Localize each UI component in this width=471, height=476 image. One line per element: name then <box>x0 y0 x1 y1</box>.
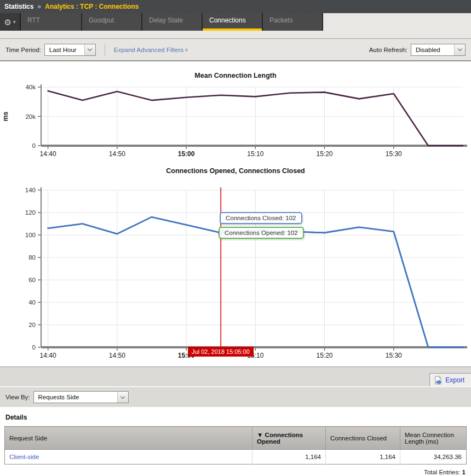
y-tick-label: 40 <box>28 299 36 306</box>
time-period-value: Last Hour <box>45 44 84 55</box>
advanced-filters-label: Expand Advanced Filters <box>114 47 183 53</box>
expand-advanced-filters-link[interactable]: Expand Advanced Filters» <box>114 47 188 53</box>
chart1-title: Mean Connection Length <box>0 72 471 79</box>
x-tick-label: 15:30 <box>386 150 402 158</box>
tab-bar-filler <box>323 13 471 31</box>
details-table: Request Side ▼ Connections Opened Connec… <box>4 426 467 464</box>
view-by-row: View By: Requests Side <box>0 387 471 407</box>
chevron-down-icon: ▾ <box>13 19 16 25</box>
auto-refresh-value: Disabled <box>411 44 454 55</box>
chart2-title: Connections Opened, Connections Closed <box>0 167 471 175</box>
crosshair-timestamp-label: Jul 02, 2018 15:05:00 <box>188 347 254 357</box>
client-side-link[interactable]: Client-side <box>9 454 39 460</box>
column-header-connections-closed[interactable]: Connections Closed <box>326 427 400 450</box>
x-tick-label: 15:30 <box>386 352 402 359</box>
tab-label: Goodput <box>89 16 114 24</box>
column-header-request-side[interactable]: Request Side <box>5 427 252 450</box>
view-by-select[interactable]: Requests Side <box>33 391 129 403</box>
double-chevron-icon: » <box>183 48 190 51</box>
chevron-down-icon <box>120 394 125 398</box>
column-header-connections-opened[interactable]: ▼ Connections Opened <box>252 427 326 450</box>
y-tick-label: 120 <box>25 209 36 216</box>
y-tick-label: 0 <box>32 344 36 351</box>
tab-rtt[interactable]: RTT <box>21 13 81 31</box>
settings-gear-button[interactable]: ⚙ ▾ <box>0 13 21 31</box>
chevron-down-icon <box>457 47 462 51</box>
tab-label: Connections <box>209 16 246 24</box>
breadcrumb-section: Statistics <box>4 3 33 10</box>
y-tick-label: 40k <box>25 84 36 90</box>
y-axis-unit-label: ms <box>2 112 9 122</box>
y-tick-label: 140 <box>25 187 36 193</box>
table-row: Client-side 1,164 1,164 34,263.36 <box>5 450 467 464</box>
select-arrow <box>84 44 95 55</box>
x-tick-label: 14:50 <box>109 352 125 359</box>
gear-icon: ⚙ <box>4 18 12 26</box>
cell-connections-closed: 1,164 <box>326 450 400 464</box>
sort-descending-icon: ▼ <box>257 432 263 438</box>
column-header-mean-connection-length[interactable]: Mean Connection Length (ms) <box>400 427 467 450</box>
y-tick-label: 80 <box>28 254 36 261</box>
filter-bar: Time Period: Last Hour Expand Advanced F… <box>0 39 471 61</box>
cell-mean-connection-length: 34,263.36 <box>400 450 467 464</box>
x-tick-label: 15:00 <box>178 150 195 158</box>
export-button[interactable]: Export <box>429 373 471 386</box>
filter-divider <box>105 44 105 56</box>
view-by-value: Requests Side <box>34 392 117 403</box>
export-label: Export <box>445 376 464 384</box>
export-document-icon <box>434 376 443 385</box>
time-period-select[interactable]: Last Hour <box>44 44 96 56</box>
breadcrumb-separator: » <box>37 3 41 10</box>
x-tick-label: 15:20 <box>317 150 333 158</box>
charts-panel: Mean Connection Length 020k40k14:4014:50… <box>0 61 471 367</box>
auto-refresh-select[interactable]: Disabled <box>411 44 466 56</box>
auto-refresh-label: Auto Refresh: <box>369 47 407 53</box>
x-tick-label: 15:20 <box>317 352 333 359</box>
tab-delay-state[interactable]: Delay State <box>142 13 202 31</box>
total-entries-value: 1 <box>462 469 466 475</box>
y-tick-label: 20k <box>25 113 36 120</box>
y-tick-label: 20 <box>28 322 36 328</box>
x-tick-label: 14:50 <box>109 150 125 158</box>
breadcrumb: Statistics » Analytics : TCP : Connectio… <box>0 0 471 13</box>
cell-connections-opened: 1,164 <box>252 450 326 464</box>
total-entries: Total Entries: 1 <box>4 469 466 475</box>
top-band <box>0 31 471 39</box>
y-tick-label: 60 <box>28 277 36 283</box>
tab-packets[interactable]: Packets <box>263 13 322 31</box>
tab-label: Packets <box>269 16 293 24</box>
total-entries-label: Total Entries: <box>424 469 460 475</box>
y-tick-label: 0 <box>32 142 36 149</box>
x-tick-label: 14:40 <box>40 352 56 359</box>
select-arrow <box>454 44 465 55</box>
x-tick-label: 14:40 <box>40 150 56 158</box>
y-tick-label: 100 <box>25 232 36 238</box>
breadcrumb-path: Analytics : TCP : Connections <box>45 3 139 10</box>
connections-chart-area: 02040608010012014014:4014:5015:0015:1015… <box>0 179 471 366</box>
tab-goodput[interactable]: Goodput <box>82 13 141 31</box>
x-tick-label: 15:10 <box>247 150 263 158</box>
mean-connection-length-chart[interactable]: 020k40k14:4014:5015:0015:1015:2015:30ms <box>0 83 471 159</box>
tab-label: Delay State <box>149 16 183 24</box>
tab-bar: ⚙ ▾ RTT Goodput Delay State Connections … <box>0 13 471 31</box>
table-header-row: Request Side ▼ Connections Opened Connec… <box>5 427 467 450</box>
tooltip-connections-opened: Connections Opened: 102 <box>219 227 304 239</box>
column-label: Connections Opened <box>257 432 303 445</box>
view-by-label: View By: <box>5 394 30 400</box>
export-row: Export <box>0 367 471 387</box>
tab-label: RTT <box>27 16 40 24</box>
chevron-down-icon <box>88 47 92 51</box>
details-section: Details Request Side ▼ Connections Opene… <box>0 407 471 475</box>
select-arrow <box>117 392 128 403</box>
tab-connections[interactable]: Connections <box>203 13 262 31</box>
details-heading: Details <box>5 414 467 421</box>
connections-opened-closed-chart[interactable]: 02040608010012014014:4014:5015:0015:1015… <box>0 182 471 370</box>
tooltip-connections-closed: Connections Closed: 102 <box>220 212 302 224</box>
time-period-label: Time Period: <box>5 47 41 53</box>
